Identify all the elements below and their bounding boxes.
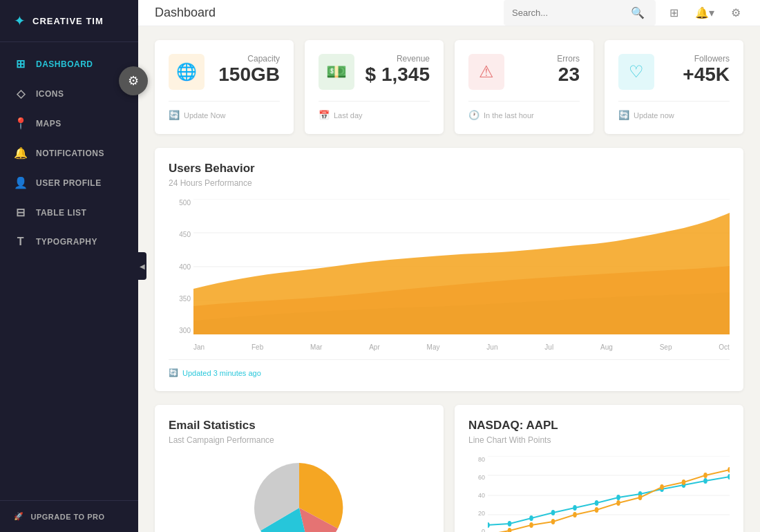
grid-icon[interactable]: ⊞ (667, 3, 681, 22)
search-input[interactable] (512, 8, 623, 18)
errors-card: ⚠ Errors 23 🕐 In the last hour (455, 40, 593, 134)
svg-point-29 (638, 495, 643, 500)
maps-label: Maps (36, 119, 61, 129)
errors-label: Errors (557, 54, 580, 64)
x-label: Mar (310, 343, 322, 351)
x-label: Feb (251, 343, 263, 351)
svg-point-27 (595, 507, 599, 513)
revenue-info: Revenue $ 1,345 (365, 54, 430, 86)
upgrade-icon: 🚀 (14, 512, 24, 521)
x-label: Jul (544, 343, 553, 351)
settings-icon[interactable]: ⚙ (728, 3, 743, 22)
nasdaq-title: NASDAQ: AAPL (468, 419, 730, 433)
gear-overlay-button[interactable]: ⚙ (119, 66, 148, 95)
sidebar-item-notifications[interactable]: 🔔 Notifications (0, 138, 138, 168)
user-profile-label: User Profile (36, 178, 102, 188)
line-chart-svg (488, 456, 730, 532)
x-label: Oct (719, 343, 730, 351)
svg-point-10 (488, 522, 490, 528)
capacity-footer-text: Update Now (184, 111, 226, 120)
y-axis-labels: 500450400350300 (169, 199, 193, 334)
sidebar-item-table-list[interactable]: ⊟ Table List (0, 198, 138, 227)
svg-point-16 (616, 495, 620, 500)
svg-point-11 (508, 521, 512, 526)
line-chart-area (488, 456, 730, 532)
revenue-footer-text: Last day (334, 111, 363, 120)
upgrade-to-pro-button[interactable]: 🚀 UPGRADE TO PRO (14, 512, 124, 521)
search-icon[interactable]: 🔍 (628, 3, 647, 22)
pie-chart-svg (247, 456, 351, 532)
sidebar-brand[interactable]: ✦ CREATIVE TIM (0, 0, 138, 42)
errors-footer-text: In the last hour (484, 111, 534, 120)
followers-footer-icon: 🔄 (618, 110, 629, 120)
errors-footer: 🕐 In the last hour (468, 101, 580, 120)
revenue-card-header: 💵 Revenue $ 1,345 (319, 54, 430, 90)
x-label: Apr (369, 343, 380, 351)
email-stats-card: Email Statistics Last Campaign Performan… (155, 405, 444, 532)
main-content: Dashboard 🔍 ⊞ 🔔▾ ⚙ 🌐 Capacity 150GB 🔄 Up… (138, 0, 760, 532)
followers-info: Followers +45K (683, 54, 730, 86)
followers-footer-text: Update now (634, 111, 674, 120)
sidebar-item-typography[interactable]: T Typography (0, 227, 138, 256)
area-chart-container: 500450400350300 (169, 199, 730, 351)
revenue-label: Revenue (365, 54, 430, 64)
search-box[interactable]: 🔍 (504, 0, 656, 26)
pie-chart-container (169, 456, 430, 532)
y-label: 400 (169, 263, 191, 271)
svg-point-14 (573, 505, 577, 511)
capacity-footer-icon: 🔄 (169, 110, 180, 120)
x-label: Aug (600, 343, 613, 351)
upgrade-label: UPGRADE TO PRO (31, 513, 105, 521)
sidebar-item-maps[interactable]: 📍 Maps (0, 108, 138, 138)
revenue-footer-icon: 📅 (319, 110, 330, 120)
followers-label: Followers (683, 54, 730, 64)
brand-icon: ✦ (14, 12, 26, 29)
sidebar-item-user-profile[interactable]: 👤 User Profile (0, 168, 138, 198)
x-label: Jun (486, 343, 497, 351)
stats-cards-row: 🌐 Capacity 150GB 🔄 Update Now 💵 Revenue … (155, 40, 743, 134)
svg-point-20 (703, 478, 707, 484)
y-label: 300 (169, 327, 191, 334)
capacity-info: Capacity 150GB (218, 54, 280, 86)
table-list-label: Table List (36, 208, 86, 218)
bell-icon[interactable]: 🔔▾ (692, 3, 717, 22)
line-y-label: 80 (468, 456, 485, 463)
table-list-icon: ⊟ (14, 206, 28, 219)
capacity-value: 150GB (218, 64, 280, 86)
sidebar: ✦ CREATIVE TIM ⊞ Dashboard◇ Icons📍 Maps🔔… (0, 0, 138, 532)
line-y-label: 0 (468, 528, 485, 532)
svg-point-23 (508, 528, 512, 532)
users-behavior-card: Users Behavior 24 Hours Performance 5004… (155, 148, 743, 391)
refresh-icon: 🔄 (169, 368, 178, 377)
header: Dashboard 🔍 ⊞ 🔔▾ ⚙ (138, 0, 760, 26)
brand-name: CREATIVE TIM (32, 16, 104, 26)
dashboard-label: Dashboard (36, 59, 93, 69)
typography-label: Typography (36, 237, 97, 247)
capacity-label: Capacity (218, 54, 280, 64)
y-label: 350 (169, 295, 191, 303)
chart-update-text: Updated 3 minutes ago (182, 369, 261, 377)
nasdaq-subtitle: Line Chart With Points (468, 435, 730, 445)
line-chart-container: 806040200 (468, 456, 730, 532)
svg-point-31 (682, 479, 686, 485)
dashboard-icon: ⊞ (14, 57, 28, 70)
users-behavior-subtitle: 24 Hours Performance (169, 178, 730, 188)
x-label: Sep (660, 343, 672, 351)
sidebar-item-icons[interactable]: ◇ Icons (0, 79, 138, 108)
chart-area (193, 199, 730, 334)
capacity-card-header: 🌐 Capacity 150GB (169, 54, 280, 90)
capacity-footer: 🔄 Update Now (169, 101, 280, 120)
svg-point-28 (616, 500, 620, 506)
svg-point-30 (660, 484, 664, 490)
errors-info: Errors 23 (557, 54, 580, 86)
revenue-value: $ 1,345 (365, 64, 430, 86)
svg-point-15 (595, 500, 599, 506)
notifications-label: Notifications (36, 149, 104, 158)
line-y-labels: 806040200 (468, 456, 488, 532)
x-axis-labels: JanFebMarAprMayJunJulAugSepOct (193, 343, 730, 351)
sidebar-item-dashboard[interactable]: ⊞ Dashboard (0, 49, 138, 79)
followers-footer: 🔄 Update now (618, 101, 730, 120)
sidebar-collapse-button[interactable]: ◀ (138, 252, 146, 280)
svg-point-25 (551, 519, 555, 524)
typography-icon: T (14, 236, 28, 248)
